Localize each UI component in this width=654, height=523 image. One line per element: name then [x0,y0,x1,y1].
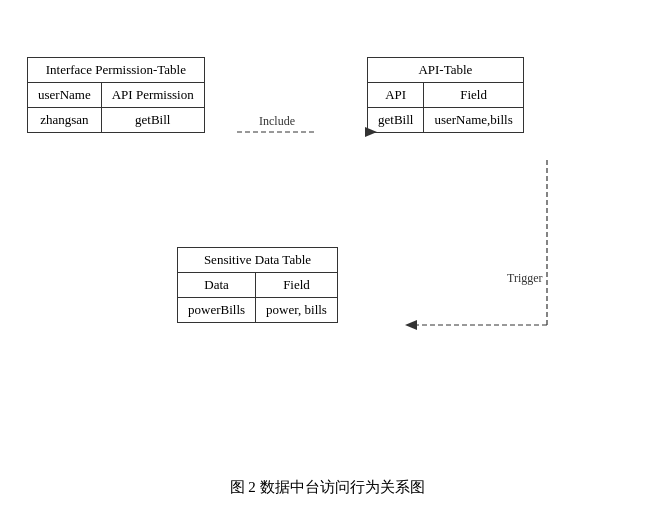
trigger-label: Trigger [507,271,543,285]
sensitive-col-field: Field [256,272,338,297]
sensitive-table: Sensitive Data Table Data Field powerBil… [177,247,338,323]
diagram-container: Interface Permission-Table userName API … [17,17,637,507]
permission-cell-username: zhangsan [28,107,102,132]
diagram-caption: 图 2 数据中台访问行为关系图 [230,478,425,497]
permission-table: Interface Permission-Table userName API … [27,57,205,133]
permission-table-title: Interface Permission-Table [28,57,205,82]
svg-marker-4 [405,320,417,330]
api-row-1: getBill userName,bills [368,107,524,132]
api-col-api: API [368,82,424,107]
api-table-title: API-Table [368,57,524,82]
sensitive-cell-powerbills: powerBills [178,297,256,322]
include-label: Include [259,114,295,128]
api-cell-fields: userName,bills [424,107,523,132]
sensitive-table-title: Sensitive Data Table [178,247,338,272]
sensitive-row-1: powerBills power, bills [178,297,338,322]
sensitive-cell-fields: power, bills [256,297,338,322]
sensitive-col-data: Data [178,272,256,297]
permission-col-username: userName [28,82,102,107]
permission-col-apiperm: API Permission [101,82,204,107]
api-col-field: Field [424,82,523,107]
api-table: API-Table API Field getBill userName,bil… [367,57,524,133]
api-cell-getbill: getBill [368,107,424,132]
permission-cell-getbill: getBill [101,107,204,132]
permission-row-1: zhangsan getBill [28,107,205,132]
